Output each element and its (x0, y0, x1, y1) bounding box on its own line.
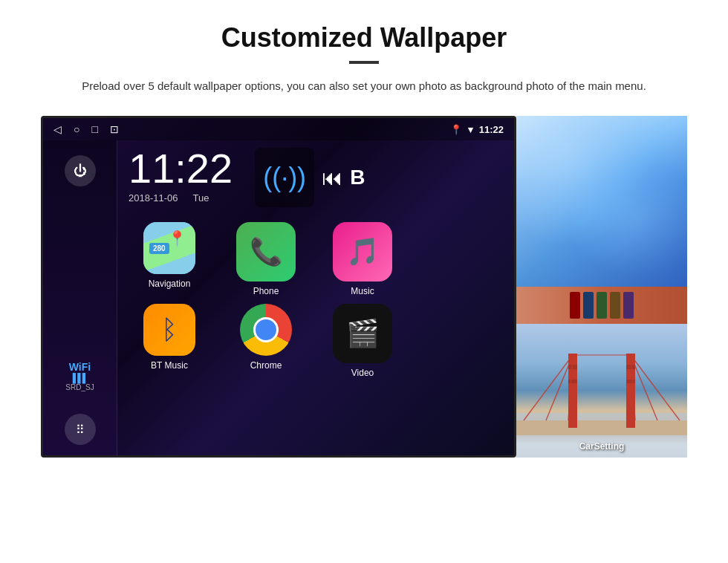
wifi-bars: ▌▌▌ (65, 373, 94, 383)
shelf-book-1 (570, 292, 580, 319)
svg-rect-7 (626, 380, 635, 383)
app-item-navigation[interactable]: 280 📍 Navigation (129, 222, 210, 296)
bt-music-label: BT Music (151, 360, 188, 371)
svg-line-13 (631, 355, 680, 420)
svg-rect-4 (568, 365, 577, 369)
phone-label: Phone (253, 286, 279, 296)
chrome-icon (240, 304, 292, 356)
app-item-chrome[interactable]: Chrome (225, 304, 307, 378)
car-setting-label[interactable]: CarSetting (516, 441, 687, 452)
left-sidebar: ⏻ WiFi ▌▌▌ SRD_SJ ⠿ (43, 140, 117, 458)
clock-date-value: 2018-11-06 (129, 192, 178, 204)
bridge-background (516, 324, 687, 458)
navigation-label: Navigation (149, 279, 191, 289)
wifi-label: WiFi (65, 361, 94, 373)
app-item-bt-music[interactable]: ᛒ BT Music (129, 304, 210, 378)
clock-time: 11:22 (129, 148, 233, 189)
clock-date: 2018-11-06 Tue (129, 192, 233, 204)
music-icon: 🎵 (333, 222, 392, 282)
media-label: B (350, 166, 365, 189)
clock-display: 11:22 2018-11-06 Tue (129, 148, 233, 204)
android-screen: ◁ ○ □ ⊡ 📍 ▾ 11:22 ⏻ WiFi (41, 116, 516, 458)
wifi-ssid: SRD_SJ (65, 383, 94, 391)
apps-button[interactable]: ⠿ (65, 414, 96, 445)
shelf-book-4 (610, 292, 620, 319)
clock-widgets: ((·)) ⏮ B (255, 148, 365, 207)
svg-rect-1 (516, 420, 687, 435)
page-title: Customized Wallpaper (30, 22, 698, 53)
home-icon[interactable]: ○ (74, 123, 79, 135)
app-item-music[interactable]: 🎵 Music (322, 222, 403, 296)
wifi-info: WiFi ▌▌▌ SRD_SJ (65, 361, 94, 391)
status-left: ◁ ○ □ ⊡ (53, 123, 119, 135)
clock-area: 11:22 2018-11-06 Tue ((·)) ⏮ B (129, 148, 503, 207)
clock-day: Tue (193, 192, 209, 204)
shelf-book-2 (583, 292, 594, 319)
music-label: Music (351, 286, 374, 296)
video-label: Video (351, 368, 374, 378)
shelf-book-5 (623, 292, 634, 319)
back-icon[interactable]: ◁ (53, 123, 62, 135)
app-item-video[interactable]: 🎬 Video (322, 304, 403, 378)
ice-shapes (516, 116, 687, 287)
map-pin-icon: 📍 (168, 230, 186, 247)
wifi-signal-icon: ((·)) (263, 162, 306, 193)
wallpaper-ice[interactable] (516, 116, 687, 287)
svg-rect-5 (626, 365, 635, 369)
phone-icon: 📞 (236, 222, 296, 282)
map-road-label: 280 (149, 243, 169, 254)
wifi-widget: ((·)) (255, 148, 314, 207)
main-content: ⏻ WiFi ▌▌▌ SRD_SJ ⠿ 11:22 (43, 140, 514, 458)
bt-music-icon: ᛒ (143, 304, 195, 356)
wallpaper-shelf[interactable] (516, 287, 687, 324)
svg-rect-6 (568, 380, 577, 383)
status-time: 11:22 (479, 124, 504, 135)
navigation-icon: 280 📍 (143, 222, 195, 274)
power-button[interactable]: ⏻ (65, 155, 96, 186)
page-subtitle: Preload over 5 default wallpaper options… (74, 77, 654, 95)
wifi-status-icon: ▾ (468, 124, 473, 135)
shelf-items (564, 289, 640, 322)
svg-line-8 (524, 355, 573, 420)
center-content: 11:22 2018-11-06 Tue ((·)) ⏮ B (117, 140, 514, 458)
recents-icon[interactable]: □ (91, 123, 97, 135)
device-container: ◁ ○ □ ⊡ 📍 ▾ 11:22 ⏻ WiFi (41, 116, 687, 458)
status-bar: ◁ ○ □ ⊡ 📍 ▾ 11:22 (43, 118, 514, 140)
wallpaper-panels: CarSetting (516, 116, 687, 458)
prev-track-button[interactable]: ⏮ (322, 166, 342, 190)
location-icon: 📍 (450, 124, 462, 135)
status-right: 📍 ▾ 11:22 (450, 124, 504, 135)
video-icon: 🎬 (333, 304, 392, 363)
title-divider (349, 61, 379, 64)
screenshot-icon[interactable]: ⊡ (110, 123, 119, 135)
chrome-label: Chrome (250, 360, 282, 371)
app-grid: 280 📍 Navigation 📞 Phone (129, 222, 503, 378)
app-item-phone[interactable]: 📞 Phone (225, 222, 307, 296)
shelf-book-3 (597, 292, 607, 319)
wallpaper-bridge[interactable]: CarSetting (516, 324, 687, 458)
